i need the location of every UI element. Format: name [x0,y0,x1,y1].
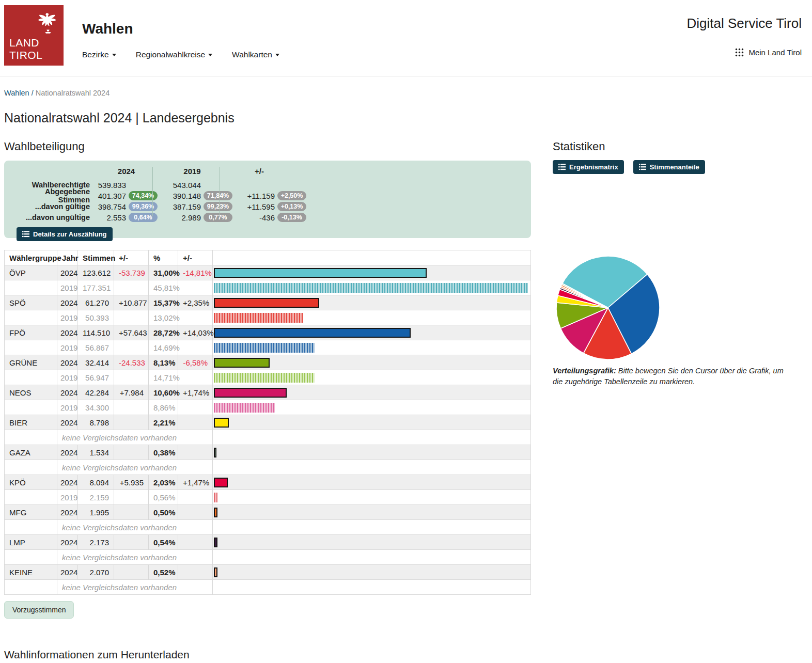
percent-diff-cell: +14,03% [178,325,213,340]
nav-item-bezirke[interactable]: Bezirke [82,50,116,59]
bar-cell [213,400,531,415]
party-row-2024: SPÖ202461.270+10.87715,37%+2,35% [5,295,531,310]
votes-cell: 1.534 [78,445,114,460]
votes-diff-cell [114,340,149,355]
percent-cell: 8,13% [149,355,178,370]
year-cell: 2024 [57,325,78,340]
main-nav: BezirkeRegionalwahlkreiseWahlkarten [82,50,279,59]
column-header: Stimmen [78,250,114,265]
percent-cell: 10,60% [149,385,178,400]
percent-diff-cell [178,535,213,550]
party-row-2019: 201950.39313,02% [5,310,531,325]
percentage-badge: 99,23% [204,202,232,211]
year-cell: 2019 [57,280,78,295]
no-comparison-data-cell: keine Vergleichsdaten vorhanden [57,580,213,595]
result-bar-2024 [214,567,217,577]
no-comparison-data-cell: keine Vergleichsdaten vorhanden [57,430,213,445]
votes-diff-cell [114,415,149,430]
votes-cell: 1.995 [78,505,114,520]
bar-cell [213,355,531,370]
bar-cell [213,475,531,490]
percent-cell: 0,50% [149,505,178,520]
turnout-cell: 2.553 [90,213,126,222]
bar-cell [213,340,531,355]
votes-cell: 61.270 [78,295,114,310]
breadcrumb: Wahlen / Nationalratswahl 2024 [0,76,812,97]
turnout-cell: +11.595 [236,202,275,211]
percent-diff-cell: -6,58% [178,355,213,370]
chevron-down-icon [275,54,279,56]
result-bar-2024 [214,448,216,457]
party-row-2024: GAZA20241.5340,38% [5,445,531,460]
party-row-2019: 201956.94714,71% [5,370,531,385]
turnout-col-header: 2019 [159,167,226,178]
turnout-heading: Wahlbeteiligung [4,140,531,153]
vorzugsstimmen-button[interactable]: Vorzugsstimmen [4,601,74,619]
party-row-2024: NEOS202442.284+7.98410,60%+1,74% [5,385,531,400]
percent-diff-cell [178,505,213,520]
year-cell: 2024 [57,565,78,580]
turnout-panel: 20242019+/-Wahlberechtigte539.833543.044… [4,161,531,238]
mein-land-tirol-button[interactable]: Mein Land Tirol [686,48,802,57]
turnout-cell: 543.044 [161,181,201,190]
ergebnismatrix-button[interactable]: Ergebnismatrix [553,160,624,174]
party-name-cell: GRÜNE [5,355,57,370]
nav-item-wahlkarten[interactable]: Wahlkarten [232,50,279,59]
page-title: Nationalratswahl 2024 | Landesergebnis [0,97,812,125]
votes-diff-cell [114,505,149,520]
votes-cell: 42.284 [78,385,114,400]
percent-diff-cell [178,280,213,295]
percent-diff-cell [178,565,213,580]
percent-cell: 14,69% [149,340,178,355]
percent-diff-cell: +1,47% [178,475,213,490]
party-name-cell: GAZA [5,445,57,460]
divider [220,167,220,216]
percent-cell: 15,37% [149,295,178,310]
list-icon [22,231,29,238]
result-bar-2024 [214,508,217,517]
nav-item-label: Bezirke [82,50,109,59]
bar-cell [213,385,531,400]
turnout-col-header [11,167,94,178]
percent-diff-cell [178,310,213,325]
percent-cell: 13,02% [149,310,178,325]
party-row-2024: ÖVP2024123.612-53.73931,00%-14,81% [5,265,531,280]
bar-cell [213,460,531,475]
party-name-cell: LMP [5,535,57,550]
party-name-cell [5,490,57,505]
party-row-2019: 201934.3008,86% [5,400,531,415]
tirol-eagle-icon [35,8,61,37]
stimmenanteile-button[interactable]: Stimmenanteile [633,160,705,174]
votes-diff-cell [114,400,149,415]
percent-diff-cell [178,415,213,430]
turnout-cell: 401.307 [90,192,126,200]
percent-diff-cell: +1,74% [178,385,213,400]
votes-diff-cell [114,370,149,385]
year-cell: 2019 [57,370,78,385]
nav-item-regionalwahlkreise[interactable]: Regionalwahlkreise [136,50,212,59]
statistics-heading: Statistiken [553,140,801,153]
percent-cell: 0,56% [149,490,178,505]
app-title: Wahlen [82,21,279,37]
votes-cell: 56.867 [78,340,114,355]
party-row-2019: keine Vergleichsdaten vorhanden [5,580,531,595]
percent-cell: 0,38% [149,445,178,460]
percentage-badge: +2,50% [277,191,306,200]
percentage-badge: 74,34% [129,191,158,200]
no-comparison-data-cell: keine Vergleichsdaten vorhanden [57,550,213,565]
turnout-cell: 539.833 [90,181,126,190]
breadcrumb-home-link[interactable]: Wahlen [4,89,29,97]
results-table: WählergruppeJahrStimmen+/-%+/- ÖVP202412… [4,250,531,595]
votes-cell: 34.300 [78,400,114,415]
land-tirol-logo[interactable]: LAND TIROL [4,5,64,66]
result-bar-2024 [214,358,270,368]
result-bar-2019 [214,313,303,323]
votes-cell: 123.612 [78,265,114,280]
bar-cell [213,490,531,505]
party-row-2019: keine Vergleichsdaten vorhanden [5,550,531,565]
votes-diff-cell [114,310,149,325]
year-cell: 2024 [57,505,78,520]
turnout-cell: -436 [236,213,275,222]
year-cell: 2024 [57,535,78,550]
details-zur-auszaehlung-button[interactable]: Details zur Auszählung [17,227,113,241]
